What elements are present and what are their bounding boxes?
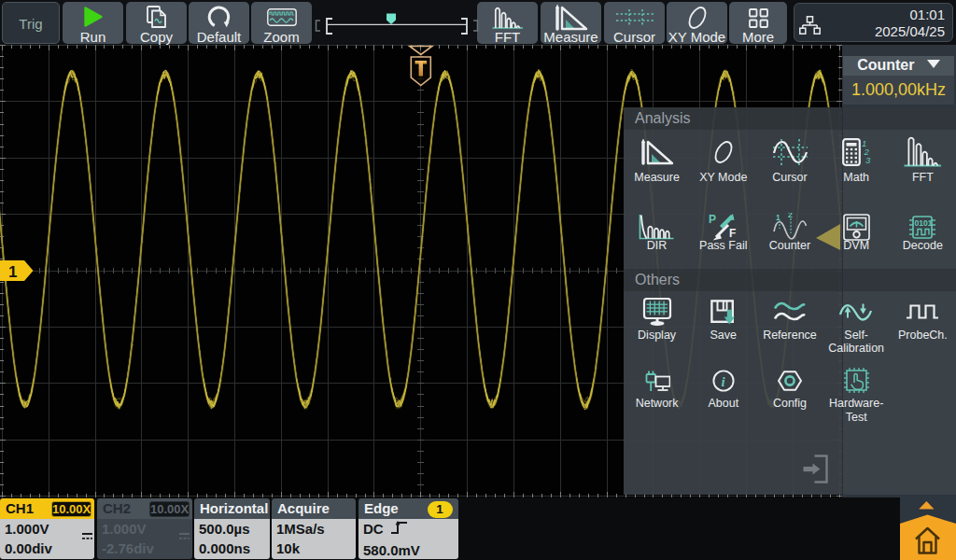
svg-text:2: 2 <box>788 213 793 219</box>
svg-text:1: 1 <box>8 263 17 281</box>
svg-text:0101: 0101 <box>915 218 933 228</box>
svg-text:3: 3 <box>865 155 871 165</box>
svg-text:i: i <box>721 374 725 389</box>
svg-text:P: P <box>709 213 716 226</box>
svg-text:1: 1 <box>776 213 780 222</box>
svg-text:F: F <box>729 226 736 239</box>
